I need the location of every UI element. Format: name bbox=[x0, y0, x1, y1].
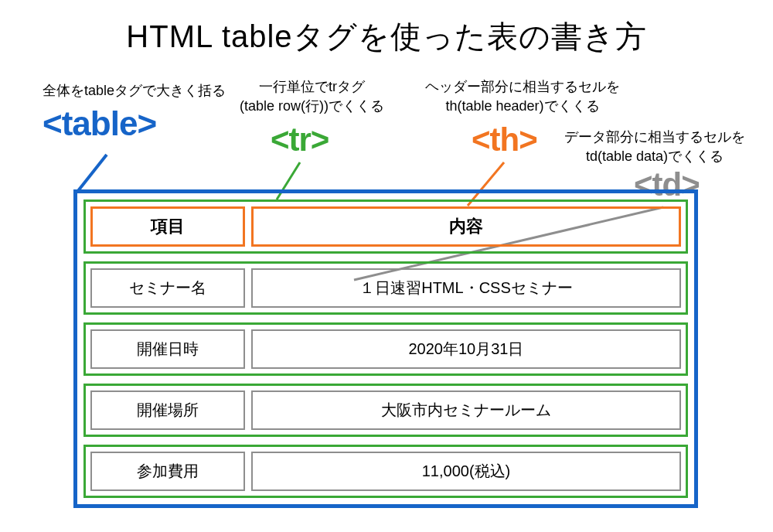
tr-desc: 一行単位でtrタグ (table row(行))でくくる bbox=[240, 77, 384, 116]
th-desc-l2: th(table header)でくくる bbox=[445, 98, 599, 114]
td-cell: 2020年10月31日 bbox=[251, 329, 681, 369]
th-desc-l1: ヘッダー部分に相当するセルを bbox=[425, 79, 620, 94]
td-desc: データ部分に相当するセルを td(table data)でくくる bbox=[564, 128, 745, 166]
table-row: 開催日時 2020年10月31日 bbox=[83, 322, 688, 376]
tr-desc-l2: (table row(行))でくくる bbox=[240, 98, 384, 114]
td-cell: セミナー名 bbox=[90, 268, 245, 308]
th-desc: ヘッダー部分に相当するセルを th(table header)でくくる bbox=[425, 77, 620, 116]
td-cell: 11,000(税込) bbox=[251, 452, 681, 491]
table-row: 開催場所 大阪市内セミナールーム bbox=[83, 384, 688, 437]
td-desc-l1: データ部分に相当するセルを bbox=[564, 129, 745, 145]
table-row: 参加費用 11,000(税込) bbox=[83, 445, 688, 498]
th-cell: 項目 bbox=[90, 206, 245, 247]
td-cell: 参加費用 bbox=[90, 452, 245, 491]
td-cell: 開催場所 bbox=[90, 390, 245, 430]
table-desc: 全体をtableタグで大きく括る bbox=[43, 81, 226, 100]
td-desc-l2: td(table data)でくくる bbox=[586, 148, 724, 164]
table-diagram: 項目 内容 セミナー名 １日速習HTML・CSSセミナー 開催日時 2020年1… bbox=[73, 189, 698, 508]
td-cell: １日速習HTML・CSSセミナー bbox=[251, 268, 681, 308]
th-tag-label: <th> bbox=[472, 121, 537, 159]
table-row: セミナー名 １日速習HTML・CSSセミナー bbox=[83, 261, 688, 315]
table-border: 項目 内容 セミナー名 １日速習HTML・CSSセミナー 開催日時 2020年1… bbox=[73, 189, 698, 508]
table-tag-label: <table> bbox=[43, 104, 156, 143]
page-title: HTML tableタグを使った表の書き方 bbox=[0, 0, 773, 58]
td-cell: 開催日時 bbox=[90, 329, 245, 369]
tr-tag-label: <tr> bbox=[271, 121, 329, 159]
th-cell: 内容 bbox=[251, 206, 681, 247]
svg-line-0 bbox=[77, 155, 107, 192]
table-row-header: 項目 内容 bbox=[83, 200, 688, 254]
tr-desc-l1: 一行単位でtrタグ bbox=[259, 79, 365, 94]
td-cell: 大阪市内セミナールーム bbox=[251, 390, 681, 430]
